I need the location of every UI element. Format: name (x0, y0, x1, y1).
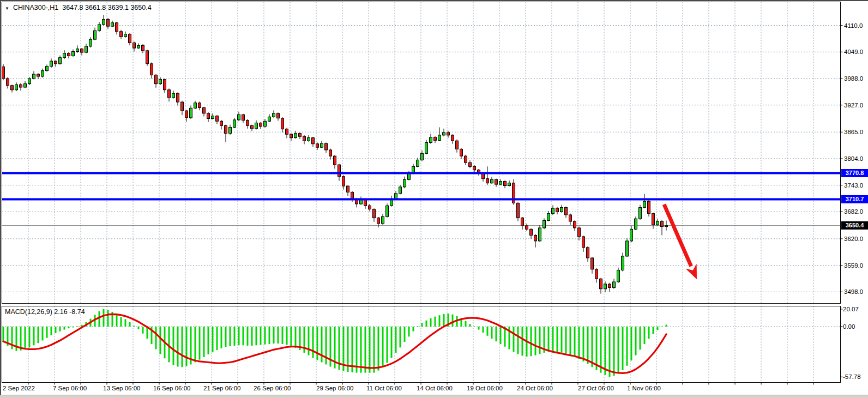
time-axis-label: 19 Oct 06:00 (467, 385, 503, 391)
chart-canvas[interactable]: 4110.04049.03988.03927.03865.03804.03743… (0, 0, 868, 398)
candle (24, 84, 27, 87)
macd-axis-label: 0.00 (843, 323, 855, 330)
candle (486, 179, 489, 183)
candle (268, 117, 271, 121)
time-axis-label: 16 Sep 06:00 (153, 385, 190, 391)
candle (233, 120, 236, 128)
candle (604, 284, 607, 289)
candle (85, 46, 88, 52)
candle (59, 58, 62, 64)
candle (643, 201, 646, 207)
candle (347, 186, 349, 192)
candle (447, 132, 450, 135)
candle (517, 203, 520, 218)
time-axis-label: 26 Sep 06:00 (254, 385, 291, 391)
candle (111, 23, 114, 26)
candle (286, 129, 288, 135)
candle (129, 34, 131, 43)
candle (72, 52, 75, 56)
candle (321, 143, 323, 147)
candle (635, 219, 637, 229)
candle (251, 125, 254, 129)
time-axis-label: 29 Sep 06:00 (316, 385, 353, 391)
candle (648, 201, 650, 213)
candle (499, 182, 502, 185)
price-axis-label: 3620.0 (844, 236, 863, 242)
candle (425, 142, 428, 153)
candle (63, 53, 66, 58)
candle (164, 80, 166, 90)
candle (181, 102, 184, 111)
candle (41, 71, 44, 76)
candle (456, 141, 459, 149)
candle (255, 123, 258, 128)
candle (11, 86, 14, 90)
candle (595, 269, 598, 279)
candle (281, 118, 284, 129)
price-axis-label: 3927.0 (844, 102, 863, 108)
candle (277, 113, 280, 118)
candle (565, 207, 568, 215)
candle (656, 221, 659, 225)
candle (242, 114, 245, 120)
candle (207, 113, 210, 119)
candle (124, 34, 127, 37)
candle (312, 138, 315, 144)
candle (386, 206, 389, 216)
header-ohlc-values: 3647.8 3661.8 3639.1 3650.4 (62, 4, 151, 11)
candle (630, 229, 633, 241)
candle (89, 39, 92, 46)
dropdown-icon[interactable]: ▼ (5, 6, 9, 11)
candle (150, 64, 153, 75)
candle (430, 137, 432, 143)
candle (94, 31, 97, 39)
candle (574, 221, 576, 228)
candle (556, 208, 559, 212)
candle (68, 53, 70, 56)
candle (613, 282, 616, 287)
candle (377, 218, 380, 224)
candle (273, 113, 275, 117)
candle (303, 136, 306, 141)
support-resistance-lines[interactable] (2, 173, 841, 200)
macd-axis: 20.070.00-57.78 (841, 306, 861, 380)
candle (137, 45, 140, 48)
candle (434, 137, 437, 141)
price-axis-label: 4110.0 (844, 22, 863, 29)
candle (55, 61, 57, 64)
candle (316, 144, 319, 147)
price-tag-support: 3710.7 (841, 195, 868, 203)
candle (120, 32, 123, 37)
price-axis-label: 3682.0 (844, 208, 863, 215)
candle (552, 208, 554, 214)
candle (46, 67, 49, 71)
candle (587, 248, 589, 258)
candle (7, 79, 9, 86)
candle (107, 19, 110, 26)
chart-header: ▼ CHINA300-,H1 3647.8 3661.8 3639.1 3650… (5, 4, 152, 11)
time-axis-label: 1 Nov 06:00 (627, 385, 661, 391)
candle (465, 156, 467, 162)
time-axis-label: 21 Sep 06:00 (203, 385, 240, 391)
candle (665, 226, 668, 227)
candle (521, 218, 524, 226)
price-axis-label: 3804.0 (844, 155, 863, 162)
candle (203, 108, 206, 113)
candle (216, 116, 219, 122)
candle (373, 209, 376, 218)
candle (81, 49, 83, 52)
candle (534, 236, 537, 241)
trend-arrow[interactable] (664, 204, 697, 279)
grid-layer-main (2, 2, 841, 304)
candle (661, 221, 664, 227)
candle (460, 149, 463, 156)
candle (473, 166, 476, 170)
macd-indicator-label: MACD(12,26,9) 2.16 -8.74 (5, 308, 85, 316)
candle (159, 80, 162, 84)
candle (608, 284, 611, 287)
candle (530, 229, 533, 235)
candle (617, 270, 620, 282)
time-axis-label: 27 Oct 06:00 (578, 385, 614, 391)
candle (639, 207, 642, 219)
candle (652, 214, 655, 225)
